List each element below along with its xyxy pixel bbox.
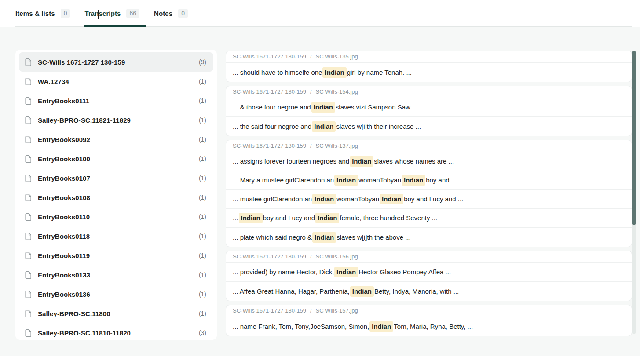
breadcrumb-item[interactable]: SC-Wills 1671-1727 130-159 [233,53,306,60]
document-icon [25,252,31,259]
sidebar-item-salley-bpro-sc-11800[interactable]: Salley-BPRO-SC.11800(1) [19,304,213,323]
breadcrumb-separator: / [310,307,312,314]
snippet-row[interactable]: ... Mary a mustee girlClarendon an India… [226,171,632,190]
breadcrumb: SC-Wills 1671-1727 130-159/SC Wills-157.… [226,305,632,317]
sidebar-item-sc-wills-1671-1727-130-159[interactable]: SC-Wills 1671-1727 130-159(9) [19,52,213,72]
sidebar-item-label: EntryBooks0092 [38,136,192,143]
breadcrumb-page[interactable]: SC Wills-156.jpg [316,253,358,260]
sidebar-item-entrybooks0110[interactable]: EntryBooks0110(1) [19,207,213,226]
snippet-row[interactable]: ... should have to himselfe one Indian g… [226,63,632,82]
sidebar-item-count: (1) [199,175,208,182]
sidebar-item-entrybooks0092[interactable]: EntryBooks0092(1) [19,130,213,149]
breadcrumb-item[interactable]: SC-Wills 1671-1727 130-159 [233,142,306,149]
tab-label: Items & lists [15,10,55,17]
text-cursor [98,10,99,19]
snippet-row[interactable]: ... & those four negroe and Indian slave… [226,98,632,117]
sidebar-item-entrybooks0119[interactable]: EntryBooks0119(1) [19,246,213,265]
snippet-text: boy and ... [426,175,457,185]
sidebar-item-count: (1) [199,97,208,104]
sidebar-item-label: EntryBooks0119 [38,252,192,259]
breadcrumb-page[interactable]: SC Wills-135.jpg [316,53,358,60]
breadcrumb-item[interactable]: SC-Wills 1671-1727 130-159 [233,88,306,95]
snippet-row[interactable]: ... provided) by name Hector, Dick, Indi… [226,263,632,282]
snippet-text: girl by name Tenah. ... [347,68,412,77]
sidebar-item-salley-bpro-sc-11821-11829[interactable]: Salley-BPRO-SC.11821-11829(1) [19,110,213,130]
sidebar-item-label: EntryBooks0111 [38,97,192,105]
search-term-highlight: Indian [239,213,263,223]
snippet-text: boy and Lucy and [263,213,315,223]
search-term-highlight: Indian [402,175,425,186]
snippet-row[interactable]: ... plate which said negro & Indian slav… [226,228,632,247]
search-term-highlight: Indian [369,321,393,332]
snippet-row[interactable]: ... the said four negroe and Indian slav… [226,117,632,136]
breadcrumb-item[interactable]: SC-Wills 1671-1727 130-159 [233,253,306,260]
sidebar-item-count: (1) [199,78,208,85]
result-card: SC-Wills 1671-1727 130-159/SC Wills-157.… [226,305,632,336]
sidebar-item-entrybooks0133[interactable]: EntryBooks0133(1) [19,265,213,284]
snippet-row[interactable]: ... Affea Great Hanna, Hagar, Parthenia,… [226,282,632,301]
tab-items-lists[interactable]: Items & lists0 [15,0,77,26]
sidebar-item-label: EntryBooks0108 [38,194,192,201]
sidebar-item-entrybooks0111[interactable]: EntryBooks0111(1) [19,91,213,110]
sidebar-item-label: EntryBooks0118 [38,233,192,240]
breadcrumb-page[interactable]: SC Wills-157.jpg [316,307,358,314]
breadcrumb-separator: / [310,142,312,149]
breadcrumb-page[interactable]: SC Wills-154.jpg [316,88,358,95]
search-term-highlight: Indian [380,194,403,204]
search-term-highlight: Indian [311,102,335,113]
sidebar-item-entrybooks0100[interactable]: EntryBooks0100(1) [19,149,213,168]
tab-label: Notes [154,10,172,17]
search-term-highlight: Indian [322,67,346,78]
snippet-row[interactable]: ... assigns forever fourteen negroes and… [226,152,632,171]
snippet-row[interactable]: ... mustee girlClarendon an Indian woman… [226,190,632,209]
result-card: SC-Wills 1671-1727 130-159/SC Wills-137.… [226,140,632,247]
breadcrumb: SC-Wills 1671-1727 130-159/SC Wills-154.… [226,86,632,98]
sidebar-item-salley-bpro-sc-11810-11820[interactable]: Salley-BPRO-SC.11810-11820(3) [19,323,213,340]
sidebar-item-label: EntryBooks0107 [38,175,192,182]
search-results-list: SC-Wills 1671-1727 130-159/SC Wills-135.… [226,51,632,336]
tab-transcripts[interactable]: Transcripts66 [84,0,146,26]
document-icon [25,310,31,317]
snippet-text: ... name Frank, Tom, Tony,JoeSamson, Sim… [233,322,369,331]
search-term-highlight: Indian [312,194,336,204]
sidebar-item-label: EntryBooks0110 [38,213,192,221]
sidebar-item-count: (1) [199,194,208,201]
sidebar-item-count: (1) [199,116,208,124]
document-icon [25,291,31,298]
scrollbar-track[interactable] [632,51,636,334]
scrollbar-thumb[interactable] [632,51,636,225]
snippet-text: womanTobyan [358,175,401,185]
search-term-highlight: Indian [312,121,336,132]
search-term-highlight: Indian [315,213,339,223]
search-term-highlight: Indian [334,267,358,277]
result-card: SC-Wills 1671-1727 130-159/SC Wills-154.… [226,86,632,136]
tab-notes[interactable]: Notes0 [154,0,195,26]
document-icon [25,175,31,182]
sidebar-item-entrybooks0108[interactable]: EntryBooks0108(1) [19,188,213,207]
snippet-text: Tom, Maria, Ryna, Betty, ... [394,322,473,331]
sidebar-item-label: Salley-BPRO-SC.11810-11820 [38,329,192,337]
sidebar-item-count: (1) [199,310,208,317]
document-icon [25,58,31,66]
sidebar-item-label: SC-Wills 1671-1727 130-159 [38,58,192,66]
sidebar-item-entrybooks0118[interactable]: EntryBooks0118(1) [19,226,213,246]
sidebar-item-entrybooks0107[interactable]: EntryBooks0107(1) [19,168,213,188]
sidebar-item-wa-12734[interactable]: WA.12734(1) [19,72,213,91]
sidebar-item-count: (1) [199,136,208,143]
snippet-text: slaves w[i]th their increase ... [336,122,421,131]
sidebar-item-label: WA.12734 [38,78,192,85]
snippet-row[interactable]: ... Indian boy and Lucy and Indian femal… [226,209,632,228]
search-term-highlight: Indian [334,175,358,186]
snippet-text: boy and Lucy and ... [404,194,463,204]
breadcrumb-page[interactable]: SC Wills-137.jpg [316,142,358,149]
snippet-text: Hector Glaseo Pompey Affea ... [358,267,451,277]
snippet-row[interactable]: ... name Frank, Tom, Tony,JoeSamson, Sim… [226,317,632,336]
sidebar-item-label: EntryBooks0100 [38,155,192,163]
breadcrumb-item[interactable]: SC-Wills 1671-1727 130-159 [233,307,306,314]
sidebar-item-entrybooks0136[interactable]: EntryBooks0136(1) [19,284,213,304]
snippet-text: ... plate which said negro & [233,233,312,242]
snippet-text: womanTobyan [336,194,379,204]
document-icon [25,136,31,143]
breadcrumb-separator: / [310,88,312,95]
snippet-text: ... assigns forever fourteen negroes and [233,157,349,166]
